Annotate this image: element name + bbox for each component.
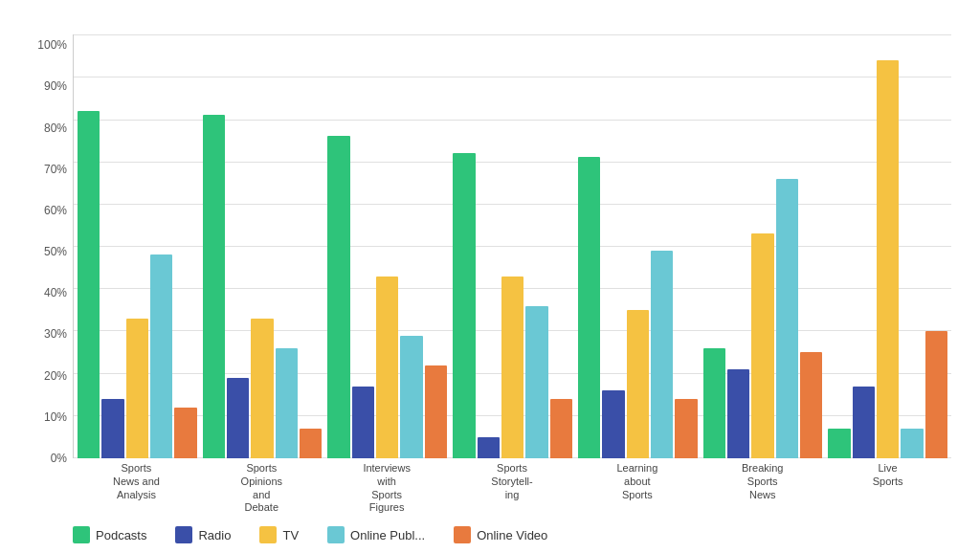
- bar-tv: [501, 276, 523, 458]
- legend-label-tv: TV: [282, 528, 299, 542]
- bar-onlineVideo: [174, 408, 196, 458]
- bar-radio: [853, 387, 875, 458]
- chart-area: 0%10%20%30%40%50%60%70%80%90%100% Sports…: [29, 34, 951, 515]
- y-axis-label: 100%: [29, 38, 73, 52]
- y-axis-label: 10%: [29, 410, 73, 424]
- x-axis-label: Interviews with Sports Figures: [327, 462, 447, 515]
- x-axis-label: Sports News and Analysis: [77, 462, 196, 515]
- bar-onlineVideo: [300, 429, 322, 458]
- bar-radio: [227, 378, 249, 458]
- bar-onlineVideo: [550, 399, 572, 458]
- x-axis-label: Live Sports: [828, 462, 947, 515]
- legend-item-onlinePub: Online Publ...: [327, 526, 425, 543]
- category-group: [828, 34, 947, 458]
- y-axis: 0%10%20%30%40%50%60%70%80%90%100%: [29, 34, 73, 515]
- bar-podcasts: [327, 136, 349, 458]
- bar-podcasts: [578, 157, 600, 458]
- legend-swatch-tv: [259, 526, 277, 543]
- bar-podcasts: [203, 115, 225, 458]
- category-group: [453, 34, 572, 458]
- legend-label-onlinePub: Online Publ...: [350, 528, 425, 542]
- bar-radio: [727, 369, 749, 458]
- legend-swatch-podcasts: [73, 526, 90, 543]
- bar-tv: [627, 310, 649, 458]
- legend-label-podcasts: Podcasts: [96, 528, 146, 542]
- x-axis-label: Learning about Sports: [577, 462, 697, 515]
- category-group: [327, 34, 447, 458]
- bar-radio: [352, 387, 374, 458]
- x-axis-label: Sports Storytell- ing: [453, 462, 572, 515]
- legend-item-onlineVideo: Online Video: [454, 526, 547, 543]
- legend-item-radio: Radio: [175, 526, 231, 543]
- bar-podcasts: [828, 429, 850, 458]
- bar-radio: [602, 390, 624, 458]
- bar-tv: [251, 319, 273, 458]
- legend-item-tv: TV: [259, 526, 299, 543]
- chart-body: Sports News and AnalysisSports Opinions …: [73, 34, 951, 515]
- y-axis-label: 50%: [29, 245, 73, 258]
- y-axis-label: 20%: [29, 369, 73, 383]
- bar-podcasts: [78, 111, 100, 458]
- bar-onlinePub: [276, 348, 298, 458]
- bar-radio: [101, 399, 123, 458]
- bar-tv: [126, 319, 148, 458]
- bar-tv: [751, 233, 773, 458]
- bar-tv: [877, 60, 899, 458]
- bar-onlinePub: [901, 429, 923, 458]
- legend-swatch-onlineVideo: [454, 526, 471, 543]
- category-group: [578, 34, 698, 458]
- legend-label-radio: Radio: [198, 528, 231, 542]
- y-axis-label: 70%: [29, 163, 73, 176]
- bar-podcasts: [703, 348, 725, 458]
- chart-legend: PodcastsRadioTVOnline Publ...Online Vide…: [29, 526, 547, 543]
- y-axis-label: 40%: [29, 286, 73, 299]
- bar-tv: [376, 276, 398, 458]
- bar-onlineVideo: [675, 399, 697, 458]
- bars-and-grid: [73, 34, 951, 458]
- category-group: [203, 34, 323, 458]
- bar-onlinePub: [400, 336, 422, 458]
- legend-label-onlineVideo: Online Video: [477, 528, 547, 542]
- y-axis-label: 30%: [29, 327, 73, 341]
- y-axis-label: 80%: [29, 122, 73, 135]
- category-group: [703, 34, 823, 458]
- x-axis-label: Sports Opinions and Debate: [202, 462, 322, 515]
- legend-item-podcasts: Podcasts: [73, 526, 146, 543]
- bar-onlinePub: [776, 179, 798, 458]
- bar-podcasts: [453, 153, 475, 458]
- x-axis-label: Breaking Sports News: [702, 462, 822, 515]
- bar-onlinePub: [525, 306, 547, 458]
- bar-onlineVideo: [425, 365, 447, 458]
- y-axis-label: 90%: [29, 79, 73, 93]
- bar-onlineVideo: [925, 331, 947, 458]
- category-group: [78, 34, 197, 458]
- legend-swatch-radio: [175, 526, 192, 543]
- bar-onlinePub: [150, 254, 172, 458]
- bar-onlineVideo: [800, 352, 822, 458]
- y-axis-label: 0%: [29, 452, 73, 465]
- y-axis-label: 60%: [29, 204, 73, 217]
- bar-radio: [478, 437, 500, 458]
- legend-swatch-onlinePub: [327, 526, 345, 543]
- bar-onlinePub: [651, 251, 673, 458]
